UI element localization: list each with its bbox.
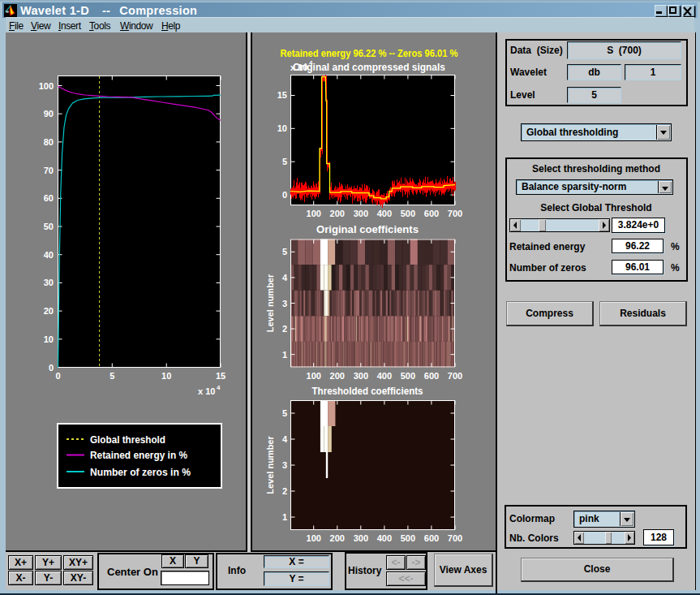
svg-text:15: 15 (216, 371, 225, 381)
svg-text:3: 3 (282, 460, 287, 470)
svg-text:5: 5 (282, 408, 287, 418)
svg-text:400: 400 (377, 533, 392, 543)
svg-text:90: 90 (44, 109, 54, 119)
svg-text:200: 200 (330, 209, 345, 218)
svg-text:400: 400 (377, 209, 392, 218)
svg-text:60: 60 (44, 193, 54, 203)
svg-text:Retained energy in %: Retained energy in % (90, 450, 187, 461)
svg-text:4: 4 (282, 273, 288, 282)
svg-text:50: 50 (44, 222, 54, 231)
svg-text:Original and compressed signal: Original and compressed signals (293, 61, 445, 73)
svg-text:1: 1 (282, 350, 287, 360)
svg-text:3: 3 (282, 299, 287, 308)
svg-text:80: 80 (44, 137, 54, 147)
svg-text:200: 200 (330, 533, 345, 543)
svg-text:700: 700 (448, 209, 462, 218)
svg-text:0: 0 (282, 190, 287, 200)
svg-text:500: 500 (401, 533, 415, 543)
svg-text:20: 20 (44, 306, 54, 316)
svg-text:300: 300 (354, 533, 368, 543)
svg-text:10: 10 (161, 371, 171, 381)
svg-text:5: 5 (282, 247, 287, 257)
svg-text:100: 100 (307, 371, 321, 381)
svg-text:0: 0 (49, 363, 54, 373)
svg-text:600: 600 (424, 533, 439, 543)
svg-text:70: 70 (44, 166, 54, 175)
svg-text:Retained energy 96.22 % -- Zer: Retained energy 96.22 % -- Zeros 96.01 % (281, 47, 458, 59)
svg-text:Original coefficients: Original coefficients (316, 223, 419, 235)
svg-text:10: 10 (277, 123, 287, 133)
svg-text:2: 2 (282, 486, 287, 496)
svg-text:100: 100 (307, 209, 321, 218)
svg-text:300: 300 (354, 371, 368, 381)
svg-text:40: 40 (44, 250, 54, 260)
svg-text:4: 4 (282, 434, 288, 444)
svg-text:30: 30 (44, 278, 54, 287)
svg-text:Thresholded coefficients: Thresholded coefficients (312, 385, 423, 397)
svg-text:5: 5 (110, 371, 114, 381)
svg-text:500: 500 (401, 371, 415, 381)
svg-text:400: 400 (377, 371, 392, 381)
svg-text:700: 700 (448, 533, 462, 543)
svg-text:1: 1 (282, 512, 287, 522)
svg-text:0: 0 (55, 371, 60, 381)
svg-text:Level number: Level number (265, 436, 275, 494)
svg-text:100: 100 (307, 533, 321, 543)
svg-text:100: 100 (39, 81, 54, 91)
svg-text:600: 600 (424, 371, 439, 381)
svg-text:5: 5 (282, 157, 287, 166)
svg-text:700: 700 (448, 371, 462, 381)
svg-text:Level number: Level number (265, 274, 275, 332)
svg-text:Number of zeros in %: Number of zeros in % (90, 467, 191, 478)
svg-text:200: 200 (330, 371, 345, 381)
svg-text:x 10: x 10 (198, 386, 215, 396)
svg-text:500: 500 (401, 209, 415, 218)
svg-text:300: 300 (354, 209, 368, 218)
svg-text:Global threshold: Global threshold (90, 434, 165, 446)
svg-text:2: 2 (282, 324, 287, 334)
svg-text:15: 15 (277, 90, 287, 100)
svg-text:10: 10 (44, 334, 54, 344)
svg-text:4: 4 (217, 384, 221, 391)
svg-text:600: 600 (424, 209, 439, 218)
